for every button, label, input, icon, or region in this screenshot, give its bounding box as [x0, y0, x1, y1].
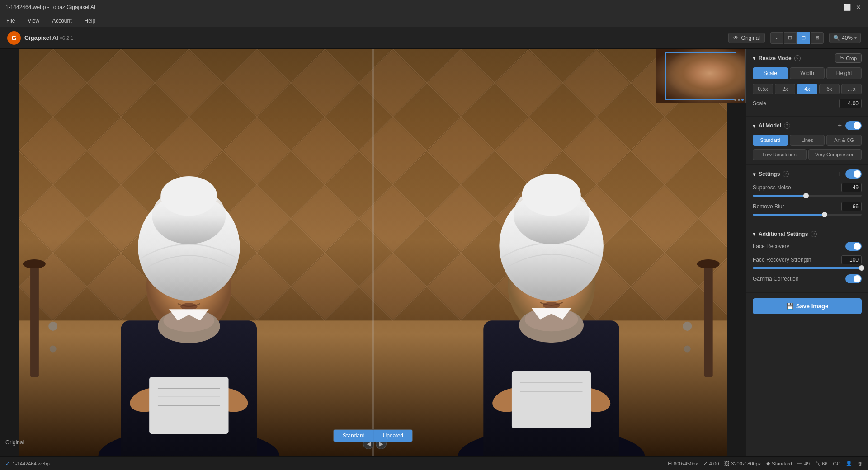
gc-info: GC: [833, 461, 841, 466]
zoom-control[interactable]: 🔍 40% ▾: [829, 33, 861, 43]
svg-point-42: [684, 345, 691, 352]
svg-point-41: [683, 322, 692, 331]
width-mode-btn[interactable]: Width: [790, 67, 825, 79]
resize-mode-help-icon[interactable]: ?: [794, 55, 801, 61]
gamma-correction-toggle[interactable]: [845, 274, 862, 283]
scale-4x-btn[interactable]: 4x: [797, 84, 817, 94]
scale-mode-btn[interactable]: Scale: [753, 67, 788, 79]
updated-comparison-btn[interactable]: Updated: [374, 430, 412, 442]
scale-custom-btn[interactable]: …x: [841, 84, 862, 94]
view-single-btn[interactable]: ▪: [770, 32, 783, 44]
additional-settings-help-icon[interactable]: ?: [811, 231, 817, 237]
svg-point-40: [697, 259, 720, 268]
view-split-btn[interactable]: ⊟: [797, 32, 810, 44]
main-image-view[interactable]: [0, 49, 746, 456]
thumbnail-image: [656, 49, 745, 103]
remove-blur-thumb[interactable]: [822, 212, 827, 217]
additional-settings-title-row[interactable]: ▾ Additional Settings ?: [753, 230, 817, 237]
image-area[interactable]: Original Standard Updated ◀ ▶: [0, 49, 746, 456]
scale-value-row: Scale: [753, 99, 862, 108]
face-recovery-strength-label: Face Recovery Strength: [753, 257, 811, 263]
logo-icon: G: [7, 31, 21, 45]
settings-title-row[interactable]: ▾ Settings ?: [753, 171, 789, 178]
noise-icon: 〰: [797, 461, 802, 466]
settings-title: Settings: [759, 171, 780, 177]
ai-model-title-row[interactable]: ▾ AI Model ?: [753, 122, 790, 129]
face-recovery-strength-thumb[interactable]: [859, 265, 864, 271]
original-label: Original: [741, 35, 760, 41]
bottom-info: ⊞ 800x450px ⤢ 4.00 🖼 3200x1800px ◆ Stand…: [668, 461, 863, 466]
svg-point-31: [180, 303, 198, 310]
scale-input[interactable]: [839, 99, 862, 108]
face-recovery-toggle[interactable]: [845, 242, 862, 251]
view-quad-btn[interactable]: ⊠: [811, 32, 824, 44]
add-model-icon[interactable]: +: [838, 122, 842, 130]
remove-blur-track[interactable]: [753, 214, 862, 216]
original-toggle-button[interactable]: 👁 Original: [728, 33, 765, 43]
menu-view[interactable]: View: [25, 17, 42, 25]
settings-add-icon[interactable]: +: [838, 170, 842, 178]
delete-icon[interactable]: 🗑: [858, 461, 863, 466]
model-info: ◆ Standard: [766, 461, 792, 466]
settings-toggle[interactable]: [845, 169, 862, 179]
titlebar: 1-1442464.webp - Topaz Gigapixel AI — ⬜ …: [0, 0, 868, 14]
height-mode-btn[interactable]: Height: [826, 67, 862, 79]
suppress-noise-value[interactable]: [841, 183, 862, 192]
model-artcg-btn[interactable]: Art & CG: [826, 135, 862, 146]
resize-mode-title-row[interactable]: ▾ Resize Mode ?: [753, 55, 801, 61]
blur-icon: 〽: [815, 461, 820, 466]
comparison-toggle[interactable]: Standard Updated: [333, 429, 413, 442]
scale-options-group: 0.5x 2x 4x 6x …x: [753, 84, 862, 94]
svg-point-13: [50, 345, 57, 352]
standard-comparison-btn[interactable]: Standard: [334, 430, 374, 442]
additional-settings-title: Additional Settings: [759, 231, 808, 237]
svg-rect-39: [704, 264, 713, 377]
logo-text-group: Gigapixel AI v6.2.1: [24, 34, 73, 41]
scale-2x-btn[interactable]: 2x: [775, 84, 795, 94]
suppress-noise-label: Suppress Noise: [753, 184, 791, 191]
svg-rect-10: [30, 264, 39, 377]
face-recovery-strength-track[interactable]: [753, 267, 862, 269]
delete-icon-info[interactable]: 🗑: [858, 461, 863, 466]
view-side-btn[interactable]: ⊞: [784, 32, 797, 44]
suppress-noise-row: Suppress Noise: [753, 183, 862, 197]
scale-0-5x-btn[interactable]: 0.5x: [753, 84, 773, 94]
ai-model-help-icon[interactable]: ?: [784, 122, 790, 129]
menu-account[interactable]: Account: [49, 17, 74, 25]
chevron-resize-icon: ▾: [753, 55, 756, 61]
content-area: Original Standard Updated ◀ ▶ ▾ Resize M…: [0, 49, 868, 456]
scale-label: Scale: [753, 100, 766, 107]
remove-blur-value[interactable]: [841, 202, 862, 211]
gamma-correction-row: Gamma Correction: [753, 274, 862, 283]
remove-blur-label-row: Remove Blur: [753, 202, 862, 211]
face-recovery-strength-row: Face Recovery Strength: [753, 255, 862, 269]
zoom-in-icon: 🔍: [833, 35, 840, 41]
suppress-noise-fill: [753, 195, 806, 197]
face-recovery-label: Face Recovery: [753, 243, 789, 249]
settings-help-icon[interactable]: ?: [783, 171, 789, 177]
model-lines-btn[interactable]: Lines: [790, 135, 825, 146]
blur-info: 〽 66: [815, 461, 827, 466]
close-button[interactable]: ✕: [854, 3, 863, 11]
menu-help[interactable]: Help: [82, 17, 99, 25]
suppress-noise-thumb[interactable]: [803, 193, 809, 198]
crop-button[interactable]: ✂ Crop: [835, 53, 862, 63]
menu-file[interactable]: File: [4, 17, 18, 25]
face-recovery-strength-value[interactable]: [841, 255, 862, 264]
maximize-button[interactable]: ⬜: [843, 3, 851, 11]
settings-controls: +: [838, 169, 862, 179]
model-standard-btn[interactable]: Standard: [753, 135, 788, 146]
ai-model-toggle[interactable]: [845, 121, 862, 130]
ai-model-section: ▾ AI Model ? + Standard Lines Art & CG L…: [746, 117, 868, 165]
minimize-button[interactable]: —: [831, 3, 839, 11]
very-compressed-btn[interactable]: Very Compressed: [808, 149, 862, 160]
save-image-button[interactable]: 💾 Save Image: [753, 298, 862, 314]
scale-6x-btn[interactable]: 6x: [819, 84, 840, 94]
thumbnail-selector[interactable]: [665, 52, 736, 100]
low-resolution-btn[interactable]: Low Resolution: [753, 149, 807, 160]
original-size-icon: ⊞: [668, 461, 672, 466]
ai-model-title: AI Model: [759, 122, 781, 129]
app-version: v6.2.1: [60, 35, 73, 41]
toolbar: G Gigapixel AI v6.2.1 👁 Original ▪ ⊞ ⊟ ⊠…: [0, 27, 868, 49]
suppress-noise-track[interactable]: [753, 195, 862, 197]
